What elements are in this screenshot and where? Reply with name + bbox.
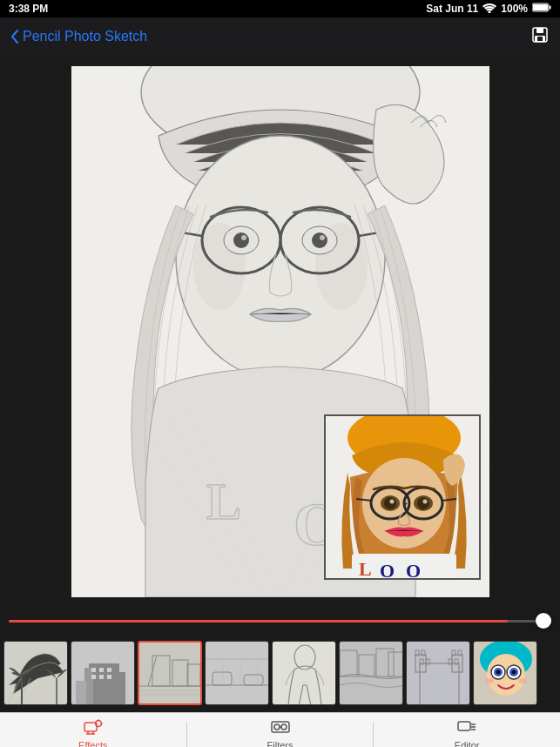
status-right: Sat Jun 11 100% xyxy=(426,3,551,16)
effects-label: Effects xyxy=(78,740,107,748)
svg-point-118 xyxy=(512,670,516,675)
slider-thumb[interactable] xyxy=(536,613,551,629)
back-label: Pencil Photo Sketch xyxy=(23,29,147,44)
nav-bar: Pencil Photo Sketch xyxy=(0,17,560,56)
wifi-icon xyxy=(482,3,496,16)
svg-point-54 xyxy=(384,497,396,509)
svg-rect-91 xyxy=(273,642,336,705)
svg-rect-74 xyxy=(107,668,111,672)
time-display: 3:38 PM xyxy=(9,3,48,15)
svg-rect-71 xyxy=(76,681,86,705)
battery-display: 100% xyxy=(501,3,528,15)
filter-thumb-5[interactable] xyxy=(272,641,336,705)
status-left: 3:38 PM xyxy=(9,3,48,15)
svg-rect-126 xyxy=(458,722,470,730)
editor-label: Editor xyxy=(455,740,480,748)
photo-inner: L O O xyxy=(326,416,479,578)
svg-text:O: O xyxy=(406,560,421,578)
slider-container[interactable] xyxy=(0,608,560,634)
svg-rect-5 xyxy=(536,28,543,33)
svg-text:L: L xyxy=(359,558,372,578)
svg-rect-98 xyxy=(407,642,470,705)
original-photo: L O O xyxy=(324,414,481,580)
photo-svg: L O O xyxy=(326,416,479,578)
svg-rect-7 xyxy=(537,37,543,41)
svg-rect-77 xyxy=(107,675,111,679)
svg-point-56 xyxy=(389,500,394,504)
svg-text:O: O xyxy=(380,560,395,578)
battery-icon xyxy=(532,3,551,15)
filter-thumb-8[interactable] xyxy=(473,641,537,705)
date-display: Sat Jun 11 xyxy=(426,3,478,15)
svg-point-0 xyxy=(489,10,491,13)
svg-rect-73 xyxy=(99,668,104,672)
svg-point-117 xyxy=(496,670,501,675)
svg-point-33 xyxy=(241,235,246,240)
svg-point-34 xyxy=(320,235,325,240)
slider-progress xyxy=(9,620,508,622)
svg-point-31 xyxy=(233,232,249,248)
filter-thumb-7[interactable] xyxy=(406,641,470,705)
svg-rect-72 xyxy=(91,668,96,672)
filter-thumb-3[interactable] xyxy=(138,641,202,705)
tab-editor[interactable]: Editor xyxy=(374,719,560,748)
svg-rect-70 xyxy=(115,672,125,705)
svg-point-119 xyxy=(485,678,494,683)
svg-point-55 xyxy=(417,497,429,509)
filters-icon xyxy=(271,719,290,738)
back-button[interactable]: Pencil Photo Sketch xyxy=(10,29,147,44)
tab-filters[interactable]: Filters xyxy=(187,719,374,748)
filter-thumb-4[interactable] xyxy=(205,641,269,705)
filter-thumb-1[interactable] xyxy=(3,641,68,705)
slider-track[interactable] xyxy=(9,620,551,622)
svg-point-120 xyxy=(518,678,527,683)
svg-point-32 xyxy=(312,232,327,248)
tab-effects[interactable]: Effects xyxy=(0,719,186,748)
svg-rect-76 xyxy=(99,675,104,679)
filters-label: Filters xyxy=(267,740,293,748)
effects-icon xyxy=(84,719,103,738)
filter-thumb-2[interactable] xyxy=(71,641,135,705)
canvas-area: L O xyxy=(0,56,560,608)
filter-thumb-6[interactable] xyxy=(339,641,403,705)
sketch-container: L O xyxy=(71,66,489,597)
svg-rect-3 xyxy=(533,4,548,10)
svg-point-125 xyxy=(281,724,287,730)
svg-rect-78 xyxy=(139,643,202,705)
svg-point-124 xyxy=(274,724,280,730)
svg-rect-75 xyxy=(91,675,96,679)
status-bar: 3:38 PM Sat Jun 11 100% xyxy=(0,0,560,17)
svg-rect-2 xyxy=(550,6,551,10)
tab-bar: Effects Filters Editor xyxy=(0,712,560,747)
svg-text:L: L xyxy=(206,473,241,530)
svg-point-57 xyxy=(422,500,427,504)
save-button[interactable] xyxy=(530,25,550,49)
filter-row xyxy=(0,634,560,712)
sketch-background: L O xyxy=(71,66,489,597)
editor-icon xyxy=(457,719,476,738)
svg-rect-84 xyxy=(206,642,269,705)
